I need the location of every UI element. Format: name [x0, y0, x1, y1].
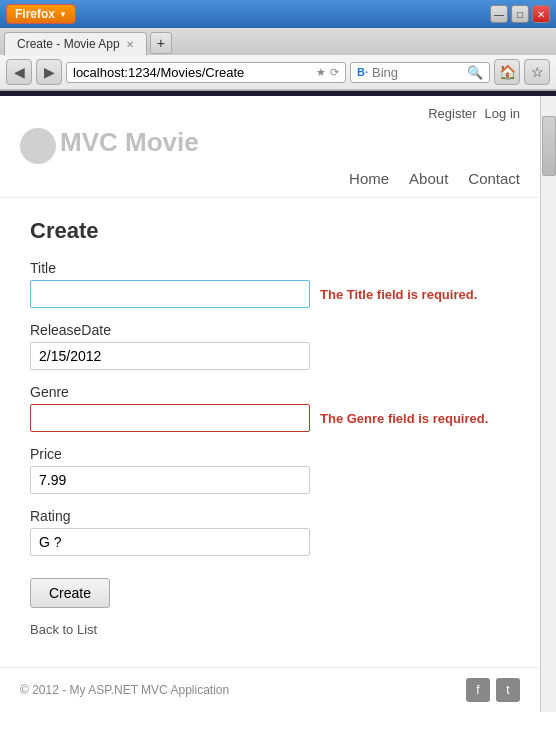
rating-row: [30, 528, 510, 556]
form-area: Create Title The Title field is required…: [0, 198, 540, 667]
search-input[interactable]: [372, 65, 463, 80]
new-tab-button[interactable]: +: [150, 32, 172, 54]
twitter-icon[interactable]: t: [496, 678, 520, 702]
title-label: Title: [30, 260, 510, 276]
genre-group: Genre The Genre field is required.: [30, 384, 510, 432]
footer-social-icons: f t: [466, 678, 520, 702]
page-content: Register Log in MVC Movie Home About Con…: [0, 96, 540, 712]
search-button[interactable]: 🔍: [467, 65, 483, 80]
footer-copyright: © 2012 - My ASP.NET MVC Application: [20, 683, 229, 697]
maximize-button[interactable]: □: [511, 5, 529, 23]
price-row: [30, 466, 510, 494]
navigation-bar: ◀ ▶ ★ ⟳ B· 🔍 🏠 ☆: [0, 55, 556, 90]
price-input[interactable]: [30, 466, 310, 494]
search-bar: B· 🔍: [350, 62, 490, 83]
maximize-icon: □: [517, 9, 523, 20]
genre-label: Genre: [30, 384, 510, 400]
facebook-icon[interactable]: f: [466, 678, 490, 702]
nav-about[interactable]: About: [409, 170, 448, 187]
home-button[interactable]: 🏠: [494, 59, 520, 85]
title-group: Title The Title field is required.: [30, 260, 510, 308]
scroll-thumb[interactable]: [542, 116, 556, 176]
create-button[interactable]: Create: [30, 578, 110, 608]
login-link[interactable]: Log in: [485, 106, 520, 121]
forward-button[interactable]: ▶: [36, 59, 62, 85]
header-actions: Register Log in: [20, 106, 520, 121]
address-bar: ★ ⟳: [66, 62, 346, 83]
firefox-menu-button[interactable]: Firefox: [6, 4, 76, 24]
tab-bar: Create - Movie App ✕ +: [0, 28, 556, 55]
back-icon: ◀: [14, 64, 25, 80]
browser-chrome: Firefox — □ ✕ Create - Movie App ✕ + ◀: [0, 0, 556, 91]
page-footer: © 2012 - My ASP.NET MVC Application f t: [0, 667, 540, 712]
address-input[interactable]: [73, 65, 312, 80]
title-row: The Title field is required.: [30, 280, 510, 308]
page-title: Create: [30, 218, 510, 244]
close-icon: ✕: [537, 9, 545, 20]
price-group: Price: [30, 446, 510, 494]
firefox-label: Firefox: [15, 7, 55, 21]
back-to-list-link[interactable]: Back to List: [30, 622, 510, 637]
genre-input[interactable]: [30, 404, 310, 432]
star-icon[interactable]: ★: [316, 66, 326, 79]
bookmark-icon: ☆: [531, 64, 544, 80]
rating-label: Rating: [30, 508, 510, 524]
release-date-label: ReleaseDate: [30, 322, 510, 338]
bookmark-button[interactable]: ☆: [524, 59, 550, 85]
price-label: Price: [30, 446, 510, 462]
home-icon: 🏠: [499, 64, 516, 80]
release-date-group: ReleaseDate: [30, 322, 510, 370]
close-button[interactable]: ✕: [532, 5, 550, 23]
new-tab-icon: +: [157, 35, 165, 51]
back-button[interactable]: ◀: [6, 59, 32, 85]
window-controls: — □ ✕: [490, 5, 550, 23]
scrollbar[interactable]: [540, 96, 556, 712]
release-date-row: [30, 342, 510, 370]
rating-group: Rating: [30, 508, 510, 556]
main-nav: Home About Contact: [20, 170, 520, 187]
nav-contact[interactable]: Contact: [468, 170, 520, 187]
active-tab[interactable]: Create - Movie App ✕: [4, 32, 147, 56]
app-logo: MVC Movie: [60, 127, 199, 158]
title-bar: Firefox — □ ✕: [0, 0, 556, 28]
register-link[interactable]: Register: [428, 106, 476, 121]
release-date-input[interactable]: [30, 342, 310, 370]
genre-row: The Genre field is required.: [30, 404, 510, 432]
genre-validation-message: The Genre field is required.: [320, 411, 488, 426]
search-engine-logo: B·: [357, 66, 368, 78]
tab-close-icon[interactable]: ✕: [126, 39, 134, 50]
minimize-button[interactable]: —: [490, 5, 508, 23]
minimize-icon: —: [494, 9, 504, 20]
forward-icon: ▶: [44, 64, 55, 80]
tab-title: Create - Movie App: [17, 37, 120, 51]
refresh-icon[interactable]: ⟳: [330, 66, 339, 79]
title-validation-message: The Title field is required.: [320, 287, 477, 302]
title-input[interactable]: [30, 280, 310, 308]
rating-input[interactable]: [30, 528, 310, 556]
app-header: Register Log in MVC Movie Home About Con…: [0, 96, 540, 198]
nav-home[interactable]: Home: [349, 170, 389, 187]
logo-circle: [20, 128, 56, 164]
